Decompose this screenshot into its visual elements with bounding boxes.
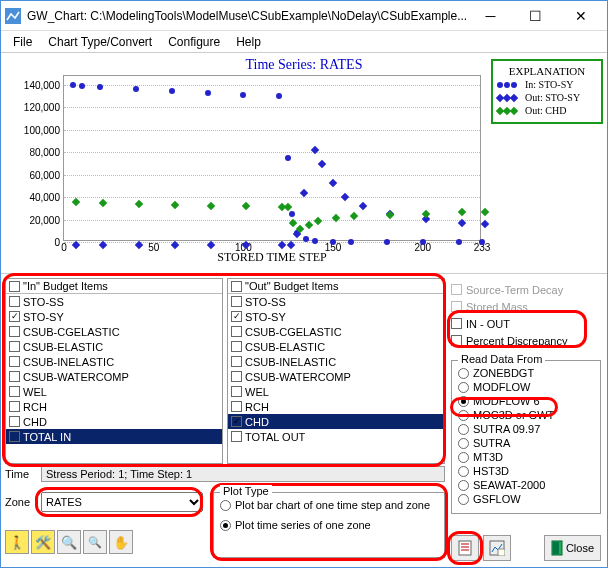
checkbox-icon[interactable] — [231, 386, 242, 397]
checkbox-icon[interactable] — [231, 356, 242, 367]
budget-item[interactable]: CHD — [228, 414, 444, 429]
plot-type-bar-option[interactable]: Plot bar chart of one time step and zone — [220, 499, 438, 511]
zoom-out-icon[interactable]: 🔍 — [83, 530, 107, 554]
source-decay-option: Source-Term Decay — [451, 282, 601, 297]
legend-item: Out: STO-SY — [497, 92, 597, 103]
budget-item[interactable]: STO-SS — [228, 294, 444, 309]
checkbox-icon[interactable] — [9, 401, 20, 412]
read-from-label: MT3D — [473, 451, 503, 463]
budget-item[interactable]: CSUB-WATERCOMP — [6, 369, 222, 384]
checkbox-icon[interactable] — [9, 296, 20, 307]
save-chart-button[interactable] — [483, 535, 511, 561]
budget-item[interactable]: TOTAL OUT — [228, 429, 444, 444]
checkbox-icon[interactable] — [231, 401, 242, 412]
checkbox-icon — [451, 284, 462, 295]
open-file-button[interactable] — [451, 535, 479, 561]
read-from-option[interactable]: SUTRA — [458, 437, 594, 449]
radio-icon — [458, 480, 469, 491]
checkbox-icon[interactable] — [231, 431, 242, 442]
read-from-option[interactable]: ZONEBDGT — [458, 367, 594, 379]
budget-item[interactable]: CSUB-INELASTIC — [6, 354, 222, 369]
checkbox-icon[interactable] — [231, 281, 242, 292]
checkbox-icon[interactable] — [9, 416, 20, 427]
read-from-label: ZONEBDGT — [473, 367, 534, 379]
right-footer: Close — [451, 535, 601, 561]
checkbox-icon[interactable] — [231, 416, 242, 427]
minimize-button[interactable]: ─ — [468, 2, 513, 30]
checkbox-icon[interactable] — [451, 318, 462, 329]
in-out-option[interactable]: IN - OUT — [451, 316, 601, 331]
budget-item-label: STO-SY — [245, 311, 286, 323]
read-from-option[interactable]: MODFLOW — [458, 381, 594, 393]
checkbox-icon[interactable] — [231, 326, 242, 337]
budget-item[interactable]: TOTAL IN — [6, 429, 222, 444]
radio-icon — [458, 452, 469, 463]
menu-file[interactable]: File — [5, 33, 40, 51]
budget-item[interactable]: CHD — [6, 414, 222, 429]
radio-icon — [458, 382, 469, 393]
read-from-option[interactable]: HST3D — [458, 465, 594, 477]
read-from-option[interactable]: MOC3D or GWT — [458, 409, 594, 421]
budget-item[interactable]: RCH — [6, 399, 222, 414]
budget-item[interactable]: STO-SY — [6, 309, 222, 324]
radio-icon — [458, 438, 469, 449]
in-budget-list[interactable]: STO-SSSTO-SYCSUB-CGELASTICCSUB-ELASTICCS… — [6, 294, 222, 463]
budget-item[interactable]: CSUB-CGELASTIC — [228, 324, 444, 339]
close-window-button[interactable]: Close — [544, 535, 601, 561]
read-from-label: MOC3D or GWT — [473, 409, 554, 421]
budget-item[interactable]: WEL — [228, 384, 444, 399]
menu-chart-type[interactable]: Chart Type/Convert — [40, 33, 160, 51]
read-from-title: Read Data From — [458, 353, 545, 365]
checkbox-icon[interactable] — [451, 335, 462, 346]
read-from-option[interactable]: GSFLOW — [458, 493, 594, 505]
in-budget-header[interactable]: "In" Budget Items — [6, 279, 222, 294]
read-from-option[interactable]: MODFLOW 6 — [458, 395, 594, 407]
chart-legend: EXPLANATION In: STO-SY Out: STO-SY Out: … — [491, 59, 603, 124]
walk-tool-icon[interactable]: 🚶 — [5, 530, 29, 554]
tools-icon[interactable]: 🛠️ — [31, 530, 55, 554]
radio-icon — [458, 396, 469, 407]
read-from-label: MODFLOW 6 — [473, 395, 540, 407]
read-from-label: GSFLOW — [473, 493, 521, 505]
budget-item[interactable]: RCH — [228, 399, 444, 414]
checkbox-icon[interactable] — [9, 311, 20, 322]
checkbox-icon[interactable] — [9, 326, 20, 337]
checkbox-icon[interactable] — [231, 371, 242, 382]
checkbox-icon[interactable] — [231, 296, 242, 307]
read-from-option[interactable]: SEAWAT-2000 — [458, 479, 594, 491]
read-from-label: SEAWAT-2000 — [473, 479, 545, 491]
budget-item[interactable]: CSUB-ELASTIC — [228, 339, 444, 354]
plot-box[interactable]: 020,00040,00060,00080,000100,000120,0001… — [63, 75, 481, 241]
budget-item-label: STO-SY — [23, 311, 64, 323]
zone-select[interactable]: RATES — [41, 492, 203, 512]
checkbox-icon[interactable] — [231, 311, 242, 322]
checkbox-icon[interactable] — [9, 371, 20, 382]
read-from-option[interactable]: SUTRA 09.97 — [458, 423, 594, 435]
budget-item[interactable]: CSUB-ELASTIC — [6, 339, 222, 354]
budget-item[interactable]: STO-SS — [6, 294, 222, 309]
out-budget-list[interactable]: STO-SSSTO-SYCSUB-CGELASTICCSUB-ELASTICCS… — [228, 294, 444, 463]
budget-item[interactable]: STO-SY — [228, 309, 444, 324]
zoom-in-icon[interactable]: 🔍 — [57, 530, 81, 554]
menu-configure[interactable]: Configure — [160, 33, 228, 51]
read-from-option[interactable]: MT3D — [458, 451, 594, 463]
radio-icon — [458, 494, 469, 505]
plot-type-series-option[interactable]: Plot time series of one zone — [220, 519, 438, 531]
checkbox-icon[interactable] — [9, 356, 20, 367]
budget-item[interactable]: WEL — [6, 384, 222, 399]
budget-item[interactable]: CSUB-WATERCOMP — [228, 369, 444, 384]
maximize-button[interactable]: ☐ — [513, 2, 558, 30]
pan-icon[interactable]: ✋ — [109, 530, 133, 554]
checkbox-icon[interactable] — [9, 431, 20, 442]
checkbox-icon[interactable] — [231, 341, 242, 352]
budget-item[interactable]: CSUB-CGELASTIC — [6, 324, 222, 339]
checkbox-icon[interactable] — [9, 386, 20, 397]
menu-help[interactable]: Help — [228, 33, 269, 51]
percent-discrepancy-option[interactable]: Percent Discrepancy — [451, 333, 601, 348]
close-button[interactable]: ✕ — [558, 2, 603, 30]
out-budget-header[interactable]: "Out" Budget Items — [228, 279, 444, 294]
budget-item[interactable]: CSUB-INELASTIC — [228, 354, 444, 369]
budget-item-label: CSUB-WATERCOMP — [23, 371, 129, 383]
checkbox-icon[interactable] — [9, 341, 20, 352]
checkbox-icon[interactable] — [9, 281, 20, 292]
